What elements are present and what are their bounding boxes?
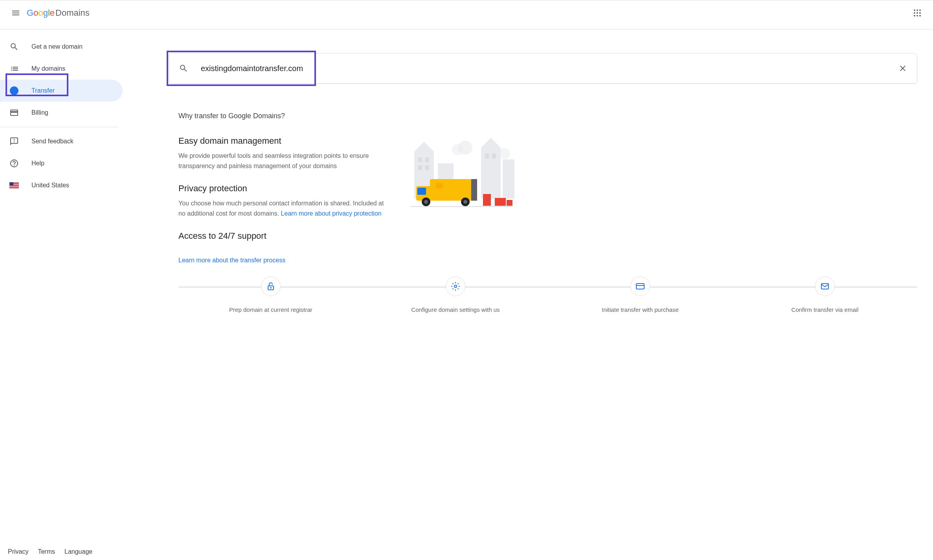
top-bar: Google Domains [0, 0, 933, 25]
svg-point-33 [463, 200, 467, 204]
apps-grid-icon [913, 8, 922, 18]
step-label: Configure domain settings with us [363, 306, 548, 315]
sidebar-item-country[interactable]: United States [0, 174, 123, 196]
feature-body: We provide powerful tools and seamless i… [178, 151, 391, 171]
privacy-learn-more-link[interactable]: Learn more about privacy protection [281, 210, 382, 217]
svg-point-8 [919, 15, 921, 16]
svg-point-5 [919, 12, 921, 14]
svg-rect-28 [436, 183, 443, 188]
sidebar-item-get-domain[interactable]: Get a new domain [0, 36, 123, 58]
language-link[interactable]: Language [64, 548, 92, 555]
privacy-link[interactable]: Privacy [8, 548, 28, 555]
menu-button[interactable] [6, 4, 25, 22]
feature-heading: Access to 24/7 support [178, 231, 391, 241]
sidebar-item-billing[interactable]: Billing [0, 102, 123, 124]
gear-icon [446, 276, 465, 296]
footer-links: Privacy Terms Language [0, 544, 100, 560]
sidebar-item-feedback[interactable]: Send feedback [0, 130, 123, 152]
moving-truck-illustration [406, 136, 516, 214]
svg-point-2 [919, 9, 921, 11]
svg-point-39 [270, 287, 271, 288]
help-icon [9, 159, 19, 168]
feature-heading: Easy domain management [178, 136, 391, 146]
product-name: Domains [55, 8, 90, 18]
domain-transfer-input[interactable] [201, 64, 898, 73]
feature-privacy: Privacy protection You choose how much p… [178, 183, 391, 218]
nav-label: United States [31, 182, 69, 189]
sidebar-separator [0, 127, 118, 127]
step-label: Prep domain at current registrar [178, 306, 363, 315]
unlock-icon [261, 276, 281, 296]
step-confirm: Confirm transfer via email [733, 276, 917, 315]
section-title: Why transfer to Google Domains? [178, 112, 917, 120]
svg-point-31 [424, 200, 428, 204]
svg-rect-23 [485, 154, 489, 158]
svg-point-0 [914, 9, 915, 11]
credit-card-icon [630, 276, 650, 296]
svg-rect-36 [495, 198, 506, 206]
nav-label: Send feedback [31, 138, 73, 145]
svg-rect-27 [417, 188, 426, 195]
hamburger-icon [11, 8, 20, 18]
nav-label: My domains [31, 65, 65, 72]
step-initiate: Initiate transfer with purchase [548, 276, 733, 315]
feature-easy-management: Easy domain management We provide powerf… [178, 136, 391, 171]
svg-marker-11 [414, 142, 434, 152]
svg-rect-37 [507, 200, 512, 206]
google-logo-text: Google [27, 8, 55, 18]
feature-heading: Privacy protection [178, 183, 391, 194]
svg-rect-21 [418, 165, 422, 170]
main-content: Why transfer to Google Domains? Easy dom… [126, 29, 933, 560]
svg-rect-29 [471, 179, 477, 201]
us-flag-icon [9, 181, 19, 190]
sidebar-item-my-domains[interactable]: My domains [0, 58, 123, 80]
close-icon [898, 64, 907, 73]
sidebar-item-transfer[interactable]: Transfer [0, 80, 123, 102]
svg-rect-19 [418, 157, 422, 162]
svg-rect-41 [636, 284, 644, 289]
search-icon [179, 64, 188, 73]
terms-link[interactable]: Terms [38, 548, 55, 555]
why-transfer-section: Why transfer to Google Domains? Easy dom… [169, 112, 917, 315]
feature-support: Access to 24/7 support [178, 231, 391, 241]
learn-more-transfer-link[interactable]: Learn more about the transfer process [178, 257, 285, 264]
svg-marker-14 [481, 138, 501, 148]
svg-point-18 [499, 148, 510, 159]
step-label: Confirm transfer via email [733, 306, 917, 315]
sidebar: Get a new domain My domains Transfer Bil… [0, 29, 126, 560]
svg-rect-25 [430, 179, 477, 201]
svg-point-6 [914, 15, 915, 16]
google-apps-button[interactable] [908, 4, 927, 22]
svg-rect-24 [492, 154, 496, 158]
transfer-steps: Prep domain at current registrar Configu… [178, 276, 917, 315]
clear-search-button[interactable] [898, 64, 907, 73]
feedback-icon [9, 137, 19, 146]
svg-rect-13 [481, 148, 501, 199]
nav-label: Billing [31, 109, 48, 116]
svg-point-7 [916, 15, 918, 16]
svg-point-4 [916, 12, 918, 14]
step-configure: Configure domain settings with us [363, 276, 548, 315]
logo[interactable]: Google Domains [27, 8, 90, 18]
email-icon [815, 276, 835, 296]
svg-rect-22 [425, 165, 429, 170]
nav-label: Help [31, 160, 44, 167]
step-label: Initiate transfer with purchase [548, 306, 733, 315]
svg-point-3 [914, 12, 915, 14]
svg-rect-15 [503, 159, 514, 199]
nav-label: Transfer [31, 87, 55, 94]
svg-point-1 [916, 9, 918, 11]
svg-rect-35 [483, 194, 491, 206]
credit-card-icon [9, 108, 19, 117]
transfer-search-box [169, 53, 917, 84]
svg-point-17 [452, 144, 463, 155]
svg-point-40 [454, 285, 457, 287]
svg-rect-20 [425, 157, 429, 162]
nav-label: Get a new domain [31, 43, 83, 50]
step-prep: Prep domain at current registrar [178, 276, 363, 315]
search-icon [9, 42, 19, 51]
sidebar-item-help[interactable]: Help [0, 152, 123, 174]
feature-body: You choose how much personal contact inf… [178, 198, 391, 218]
transfer-icon [9, 86, 19, 95]
list-icon [9, 64, 19, 73]
